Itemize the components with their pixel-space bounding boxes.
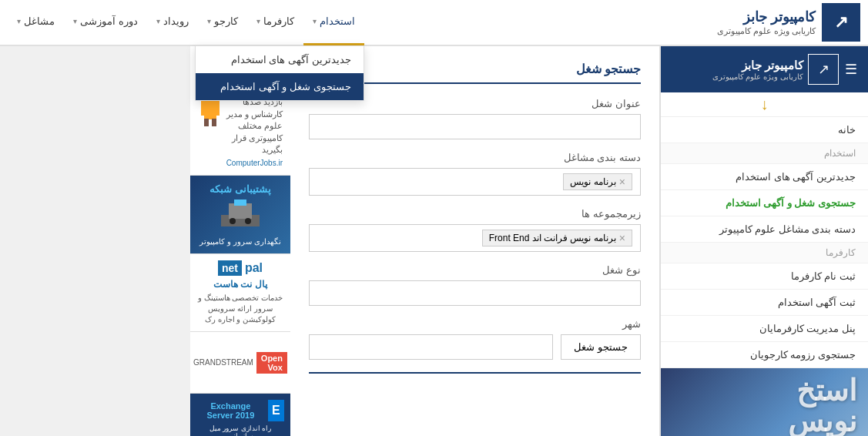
header-logo: کامپیوتر جابز کاریابی ویژه علوم کامپیوتر… [717, 3, 860, 42]
ad2-sub: نگهداری سرور و کامپیوتر [198, 237, 283, 246]
sidebar-logo-box [808, 54, 839, 85]
ad5-sub: راه اندازی سرور میل سازمانی [196, 424, 284, 436]
sidebar-menu: خانه استخدام جدیدترین آگهی های استخدام ج… [661, 117, 868, 368]
sidebar-section-estekhdaam: استخدام [661, 143, 868, 164]
hero-text-line1: استخ [796, 374, 857, 407]
svg-rect-1 [204, 100, 216, 119]
job-title-group: عنوان شغل [309, 98, 641, 139]
main-wrapper: ☰ کامپیوتر جابز کاریابی ویژه علوم کامپیو… [0, 46, 868, 436]
sidebar-item-home[interactable]: خانه [661, 117, 868, 143]
ad2-title: پشتیبانی شبکه [198, 183, 283, 195]
city-input[interactable] [309, 334, 553, 360]
subcategory-tag-remove[interactable]: × [619, 233, 625, 243]
header: کامپیوتر جابز کاریابی ویژه علوم کامپیوتر… [0, 0, 868, 46]
ad-block-3: pal net پال نت هاست خدمات تخصصی هاستینگ … [190, 254, 290, 332]
nav-arrow-estekhdaam: ▾ [313, 17, 317, 25]
dropdown-latest-jobs[interactable]: جدیدترین آگهی های استخدام [196, 46, 364, 73]
subcategory-group: زیرمجموعه ها × برنامه نویس فرانت اند Fro… [309, 208, 641, 252]
nav-item-karjoo[interactable]: کارجو ▾ [198, 0, 247, 45]
exchange-icon: E [268, 400, 284, 421]
logo-subtitle: کاریابی ویژه علوم کامپیوتری [717, 26, 816, 36]
nav-item-davreh[interactable]: دوره آموزشی ▾ [64, 0, 147, 45]
logo-icon [822, 3, 860, 42]
nav-item-mashaghl[interactable]: مشاغل ▾ [8, 0, 64, 45]
nav-item-estekhdaam[interactable]: استخدام ▾ [303, 0, 364, 45]
sidebar-item-post-job[interactable]: ثبت آگهی استخدام [661, 290, 868, 316]
ad1-site: ComputerJobs.ir [226, 159, 283, 167]
ad3-title: پال نت هاست [196, 279, 284, 290]
sidebar-logo-subtitle: کاریابی ویژه علوم کامپیوتری [712, 72, 803, 81]
city-label: شهر [309, 318, 641, 330]
ad4-logo: OpenVox [256, 352, 287, 374]
ad3-logo: pal [245, 261, 263, 275]
ad5-title: Exchange Server 2019 [196, 401, 265, 420]
ad-block-4: OpenVox GRANDSTREAM [190, 332, 290, 394]
svg-rect-4 [204, 119, 209, 126]
sidebar: ☰ کامپیوتر جابز کاریابی ویژه علوم کامپیو… [660, 46, 868, 436]
ad3-text: خدمات تخصصی هاستینگ و سرور ارائه سرویس ک… [196, 293, 284, 325]
main-nav: استخدام ▾ جدیدترین آگهی های استخدام جستج… [8, 0, 364, 45]
sidebar-item-latest-jobs[interactable]: جدیدترین آگهی های استخدام [661, 164, 868, 190]
subcategory-tag-container[interactable]: × برنامه نویس فرانت اند Front End [309, 224, 641, 252]
category-group: دسته بندی مشاغل × برنامه نویس [309, 152, 641, 196]
svg-rect-2 [201, 100, 206, 116]
subcategory-tag: × برنامه نویس فرانت اند Front End [482, 230, 632, 247]
category-tag: × برنامه نویس [563, 173, 632, 190]
ad-block-5: E Exchange Server 2019 راه اندازی سرور م… [190, 394, 290, 436]
sidebar-section-karfarma: کارفرما [661, 243, 868, 263]
search-button[interactable]: جستجو شغل [561, 334, 641, 360]
ad3-logo-net: net [218, 260, 242, 276]
category-label: دسته بندی مشاغل [309, 152, 641, 163]
hero-text-line2: نویس [788, 405, 857, 436]
category-tag-container[interactable]: × برنامه نویس [309, 168, 641, 196]
category-tag-remove[interactable]: × [619, 176, 625, 187]
sidebar-logo: کامپیوتر جابز کاریابی ویژه علوم کامپیوتر… [712, 54, 839, 85]
sidebar-item-employer-panel[interactable]: پنل مدیریت کارفرمایان [661, 316, 868, 342]
nav-item-rooydad[interactable]: رویداد ▾ [147, 0, 198, 45]
sidebar-logo-text: کامپیوتر جابز کاریابی ویژه علوم کامپیوتر… [712, 59, 803, 81]
ad-block-2: پشتیبانی شبکه نگهداری سرور و کامپیوتر [190, 176, 290, 254]
hamburger-icon[interactable]: ☰ [845, 61, 857, 78]
dropdown-search-jobs[interactable]: جستجوی شغل و آگهی استخدام [196, 73, 364, 100]
search-form-area: جستجو شغل عنوان شغل دسته بندی مشاغل × بر… [290, 46, 660, 436]
svg-point-9 [245, 218, 251, 224]
city-group: شهر جستجو شغل [309, 318, 641, 360]
logo-title: کامپیوتر جابز [717, 8, 816, 26]
sidebar-item-search-jobs[interactable]: جستجوی شغل و آگهی استخدام [661, 190, 868, 216]
svg-rect-3 [215, 100, 220, 116]
sidebar-item-search-resumes[interactable]: جستجوی رزومه کارجویان [661, 342, 868, 368]
sidebar-header: ☰ کامپیوتر جابز کاریابی ویژه علوم کامپیو… [661, 46, 868, 92]
estekhdaam-dropdown: جدیدترین آگهی های استخدام جستجوی شغل و آ… [195, 45, 364, 101]
subcategory-label: زیرمجموعه ها [309, 208, 641, 220]
sidebar-logo-title: کامپیوتر جابز [712, 59, 803, 72]
logo-text-block: کامپیوتر جابز کاریابی ویژه علوم کامپیوتر… [717, 8, 816, 36]
right-sidebar-ads: اینجا محل تبلیغ شماست روزانه مورد بازدید… [190, 46, 290, 436]
job-type-label: نوع شغل [309, 264, 641, 276]
ad4-brand: GRANDSTREAM [193, 358, 253, 367]
job-type-group: نوع شغل [309, 264, 641, 306]
svg-rect-5 [212, 119, 216, 126]
svg-rect-10 [234, 200, 246, 206]
job-type-input[interactable] [309, 280, 641, 306]
sidebar-item-register-employer[interactable]: ثبت نام کارفرما [661, 263, 868, 290]
nav-item-karfarma[interactable]: کارفرما ▾ [247, 0, 303, 45]
svg-point-8 [230, 218, 236, 224]
job-title-input[interactable] [309, 114, 641, 139]
city-search-row: جستجو شغل [309, 334, 641, 360]
sidebar-item-job-categories[interactable]: دسته بندی مشاغل علوم کامپیوتر [661, 216, 868, 243]
arrow-down-icon: ↓ [661, 92, 868, 116]
